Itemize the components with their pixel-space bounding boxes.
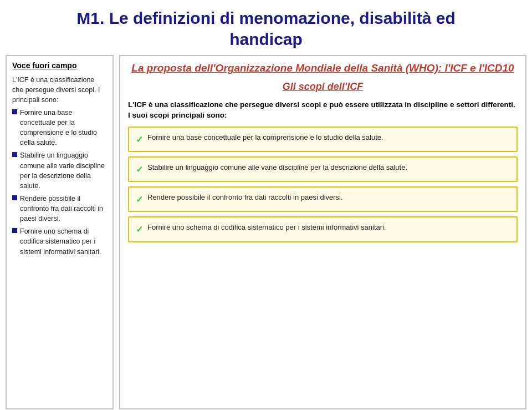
sidebar-item-label: Rendere possibile il confronto fra dati …: [20, 194, 107, 224]
page-title: M1. Le definizioni di menomazione, disab…: [0, 0, 532, 55]
check-item-1: ✓ Fornire una base concettuale per la co…: [128, 126, 518, 152]
sidebar-item: Fornire uno schema di codifica sistemati…: [12, 226, 107, 256]
check-item-2: ✓ Stabilire un linguaggio comune alle va…: [128, 156, 518, 182]
sidebar: Voce fuori campo L'ICF è una classificaz…: [6, 55, 114, 409]
content-intro1: L'ICF è una classificazione che persegue…: [128, 99, 518, 121]
check-icon-1: ✓: [136, 133, 143, 146]
content-heading: La proposta dell'Organizzazione Mondiale…: [128, 62, 518, 75]
sidebar-title: Voce fuori campo: [12, 60, 107, 72]
sidebar-item: Rendere possibile il confronto fra dati …: [12, 194, 107, 224]
check-item-label-3: Rendere possibile il confronto fra dati …: [147, 193, 343, 203]
sidebar-item: Stabilire un linguaggio comune alle vari…: [12, 150, 107, 191]
check-item-4: ✓ Fornire uno schema di codifica sistema…: [128, 216, 518, 242]
check-item-label-2: Stabilire un linguaggio comune alle vari…: [147, 163, 407, 173]
content-area: La proposta dell'Organizzazione Mondiale…: [119, 55, 526, 409]
sidebar-item-label: Fornire una base concettuale per la comp…: [20, 108, 107, 148]
check-item-3: ✓ Rendere possibile il confronto fra dat…: [128, 186, 518, 212]
sidebar-item-label: Stabilire un linguaggio comune alle vari…: [20, 150, 107, 191]
check-icon-4: ✓: [136, 223, 143, 236]
sidebar-item: Fornire una base concettuale per la comp…: [12, 108, 107, 148]
check-icon-2: ✓: [136, 163, 143, 176]
check-item-label-4: Fornire uno schema di codifica sistemati…: [147, 222, 386, 233]
sidebar-item-label: Fornire uno schema di codifica sistemati…: [20, 226, 107, 256]
sidebar-intro: L'ICF è una classificazione che persegue…: [12, 75, 107, 105]
check-icon-3: ✓: [136, 193, 143, 206]
check-item-label-1: Fornire una base concettuale per la comp…: [147, 133, 383, 143]
content-subheading: Gli scopi dell'ICF: [128, 81, 518, 93]
